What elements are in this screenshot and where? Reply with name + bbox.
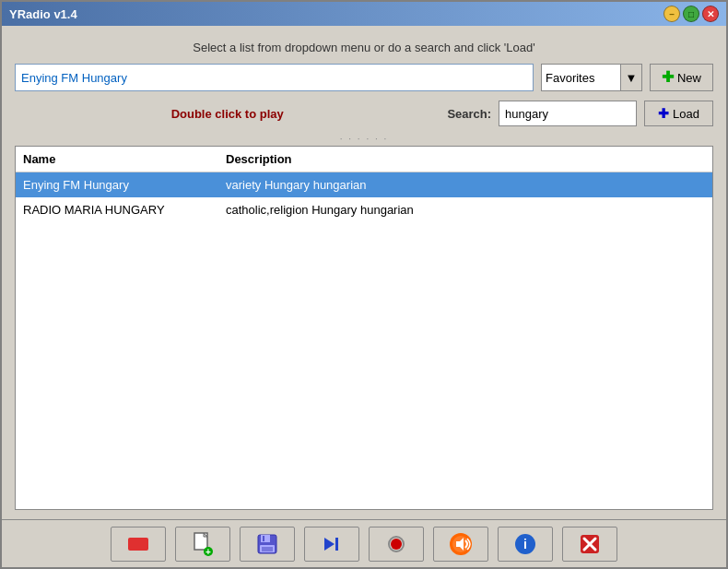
station-input[interactable] <box>15 64 534 91</box>
favorites-dropdown-wrapper: Favorites All Stations Recent ▼ <box>541 64 642 91</box>
load-plus-icon: ✚ <box>658 106 669 121</box>
bottom-toolbar: + <box>2 519 726 567</box>
volume-button[interactable] <box>433 527 488 562</box>
load-button[interactable]: ✚ Load <box>644 101 713 126</box>
new-file-button[interactable]: + <box>175 527 230 562</box>
window-title: YRadio v1.4 <box>9 7 77 21</box>
skip-icon <box>321 533 343 555</box>
info-icon: i <box>515 534 535 554</box>
svg-text:+: + <box>205 547 211 556</box>
new-plus-icon: ✚ <box>662 70 674 85</box>
search-label: Search: <box>447 107 491 121</box>
exit-button[interactable] <box>562 527 617 562</box>
svg-rect-5 <box>261 535 270 542</box>
svg-rect-6 <box>263 536 264 541</box>
svg-marker-10 <box>324 538 335 551</box>
favorites-select[interactable]: Favorites All Stations Recent <box>541 64 642 91</box>
save-button[interactable] <box>240 527 295 562</box>
top-controls-row: Favorites All Stations Recent ▼ ✚ New <box>15 64 713 91</box>
search-input[interactable] <box>499 101 637 126</box>
separator-dots: · · · · · · <box>15 134 713 144</box>
row-name: Enying FM Hungary <box>16 176 218 194</box>
svg-rect-9 <box>335 538 338 551</box>
stop-icon <box>128 538 148 551</box>
record-icon <box>388 536 405 552</box>
new-button-label: New <box>677 71 701 85</box>
load-button-label: Load <box>673 107 699 121</box>
record-inner <box>391 539 402 550</box>
stop-button[interactable] <box>111 527 166 562</box>
results-table: Name Description Enying FM Hungary varie… <box>15 146 713 510</box>
table-header: Name Description <box>16 147 712 172</box>
info-button[interactable]: i <box>498 527 553 562</box>
main-window: YRadio v1.4 – □ ✕ Select a list from dro… <box>0 0 728 569</box>
header-description: Description <box>218 150 712 168</box>
exit-icon <box>579 533 601 555</box>
row-description: variety Hungary hungarian <box>218 176 712 194</box>
new-file-icon: + <box>193 532 213 556</box>
table-row[interactable]: RADIO MARIA HUNGARY catholic,religion Hu… <box>16 197 712 222</box>
close-window-button[interactable]: ✕ <box>702 6 719 22</box>
skip-button[interactable] <box>304 527 359 562</box>
record-button[interactable] <box>369 527 424 562</box>
save-icon <box>256 533 278 555</box>
instruction-text: Select a list from dropdown menu or do a… <box>15 35 713 64</box>
search-row: Double click to play Search: ✚ Load <box>15 101 713 126</box>
title-bar: YRadio v1.4 – □ ✕ <box>2 2 726 26</box>
header-name: Name <box>16 150 218 168</box>
table-body: Enying FM Hungary variety Hungary hungar… <box>16 172 712 509</box>
svg-rect-8 <box>262 547 273 551</box>
row-description: catholic,religion Hungary hungarian <box>218 201 712 219</box>
new-button[interactable]: ✚ New <box>650 64 713 91</box>
double-click-label: Double click to play <box>15 107 440 121</box>
window-controls: – □ ✕ <box>663 6 719 22</box>
volume-icon <box>448 531 474 557</box>
maximize-button[interactable]: □ <box>683 6 699 22</box>
row-name: RADIO MARIA HUNGARY <box>16 201 218 219</box>
table-row[interactable]: Enying FM Hungary variety Hungary hungar… <box>16 172 712 197</box>
minimize-button[interactable]: – <box>663 6 680 22</box>
content-area: Select a list from dropdown menu or do a… <box>2 26 726 519</box>
